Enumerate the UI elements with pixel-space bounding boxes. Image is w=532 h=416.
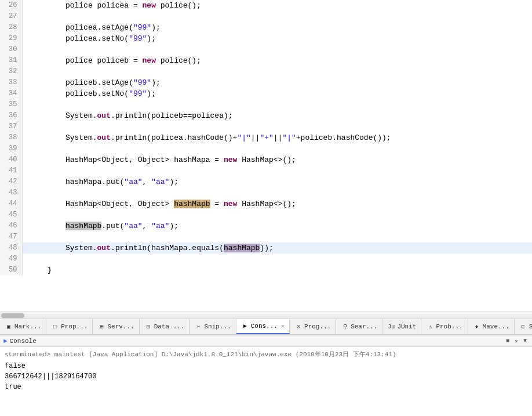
line-code [22, 66, 532, 77]
line-number: 48 [0, 243, 22, 254]
console-header: ► Console ■ ✕ ▼ [0, 335, 532, 347]
junit-icon: Ju [387, 323, 395, 331]
properties-label: Prop... [61, 323, 88, 330]
line-code: policeb.setAge("99"); [22, 77, 532, 88]
line-code [22, 254, 532, 265]
snippets-label: Snip... [204, 323, 231, 330]
data-label: Data ... [154, 323, 185, 330]
horizontal-scrollbar[interactable] [0, 312, 532, 319]
line-code: police policeb = new police(); [22, 55, 532, 66]
line-code: System.out.println(policeb==policea); [22, 110, 532, 121]
console-title: Console [10, 338, 37, 345]
line-number: 38 [0, 132, 22, 143]
line-code [22, 121, 532, 132]
line-code: HashMap<Object, Object> hashMapa = new H… [22, 154, 532, 165]
line-number: 43 [0, 187, 22, 198]
line-code: System.out.println(policea.hashCode()+"|… [22, 132, 532, 143]
line-code: System.out.println(hashMapa.equals(hashM… [22, 243, 532, 254]
tab-progress[interactable]: ⊙Prog... [290, 319, 336, 334]
close-button[interactable]: ✕ [513, 338, 520, 345]
line-code: hashMapb.put("aa", "aa"); [22, 220, 532, 231]
console-terminated-label: <terminated> maintest [Java Application]… [5, 349, 527, 360]
line-code [22, 165, 532, 176]
code-table: 26 police policea = new police();27 28 p… [0, 0, 532, 276]
line-number: 26 [0, 0, 22, 11]
line-code: policea.setAge("99"); [22, 22, 532, 33]
tab-data[interactable]: ⊡Data ... [140, 319, 190, 334]
line-code: hashMapa.put("aa", "aa"); [22, 176, 532, 187]
snippets-icon: ✂ [194, 323, 202, 331]
line-number: 35 [0, 99, 22, 110]
servers-label: Serv... [107, 323, 134, 330]
line-number: 47 [0, 231, 22, 243]
tab-svn[interactable]: ⊏SVI [515, 319, 532, 334]
console-panel: ► Console ■ ✕ ▼ <terminated> maintest [J… [0, 335, 532, 415]
tab-markers[interactable]: ▣Mark... [0, 319, 46, 334]
line-code [22, 231, 532, 243]
tab-snippets[interactable]: ✂Snip... [190, 319, 236, 334]
line-code: policea.setNo("99"); [22, 33, 532, 44]
line-number: 34 [0, 88, 22, 99]
junit-label: JUnit [397, 323, 416, 330]
problems-label: Prob... [436, 323, 462, 330]
line-number: 46 [0, 220, 22, 231]
tabs-bar: ▣Mark...□Prop...⊞Serv...⊡Data ...✂Snip..… [0, 319, 532, 335]
tab-console[interactable]: ►Cons...✕ [236, 319, 290, 334]
line-code [22, 11, 532, 22]
markers-icon: ▣ [5, 323, 13, 331]
line-code: } [22, 265, 532, 276]
line-number: 29 [0, 33, 22, 44]
console-close[interactable]: ✕ [281, 323, 285, 330]
console-output-line: false [5, 361, 527, 371]
console-controls: ■ ✕ ▼ [504, 338, 529, 345]
servers-icon: ⊞ [97, 323, 105, 331]
maven-icon: ♦ [473, 323, 481, 331]
search-label: Sear... [351, 323, 377, 330]
tab-servers[interactable]: ⊞Serv... [93, 319, 139, 334]
console-label: Cons... [251, 323, 278, 330]
line-code: police policea = new police(); [22, 0, 532, 11]
console-output-line: true [5, 382, 527, 392]
console-icon: ► [3, 338, 8, 345]
line-code [22, 44, 532, 55]
properties-icon: □ [51, 323, 59, 331]
stop-button[interactable]: ■ [504, 338, 511, 345]
line-code [22, 187, 532, 198]
line-code [22, 209, 532, 220]
svn-icon: ⊏ [519, 323, 527, 331]
line-number: 45 [0, 209, 22, 220]
progress-label: Prog... [304, 323, 331, 330]
line-number: 39 [0, 143, 22, 154]
tab-junit[interactable]: JuJUnit [382, 319, 421, 334]
tab-search[interactable]: ⚲Sear... [336, 319, 382, 334]
line-code: policeb.setNo("99"); [22, 88, 532, 99]
tab-maven[interactable]: ♦Mave... [468, 319, 515, 334]
data-icon: ⊡ [144, 323, 152, 331]
menu-button[interactable]: ▼ [522, 338, 529, 345]
line-code [22, 143, 532, 154]
line-number: 44 [0, 198, 22, 209]
tab-problems[interactable]: ⚠Prob... [421, 319, 468, 334]
markers-label: Mark... [14, 323, 41, 330]
line-number: 49 [0, 254, 22, 265]
tab-properties[interactable]: □Prop... [46, 319, 93, 334]
line-number: 50 [0, 265, 22, 276]
svn-label: SVI [529, 323, 532, 330]
line-number: 37 [0, 121, 22, 132]
problems-icon: ⚠ [426, 323, 434, 331]
console-output: false366712642|||1829164700true [5, 361, 527, 392]
maven-label: Mave... [483, 323, 509, 330]
line-number: 28 [0, 22, 22, 33]
search-icon: ⚲ [341, 323, 349, 331]
line-number: 40 [0, 154, 22, 165]
console-output-line: 366712642|||1829164700 [5, 371, 527, 382]
progress-icon: ⊙ [294, 323, 303, 331]
line-number: 30 [0, 44, 22, 55]
line-code: HashMap<Object, Object> hashMapb = new H… [22, 198, 532, 209]
scrollbar-thumb[interactable] [1, 313, 24, 318]
line-code [22, 99, 532, 110]
line-number: 36 [0, 110, 22, 121]
line-number: 32 [0, 66, 22, 77]
line-number: 41 [0, 165, 22, 176]
line-number: 33 [0, 77, 22, 88]
